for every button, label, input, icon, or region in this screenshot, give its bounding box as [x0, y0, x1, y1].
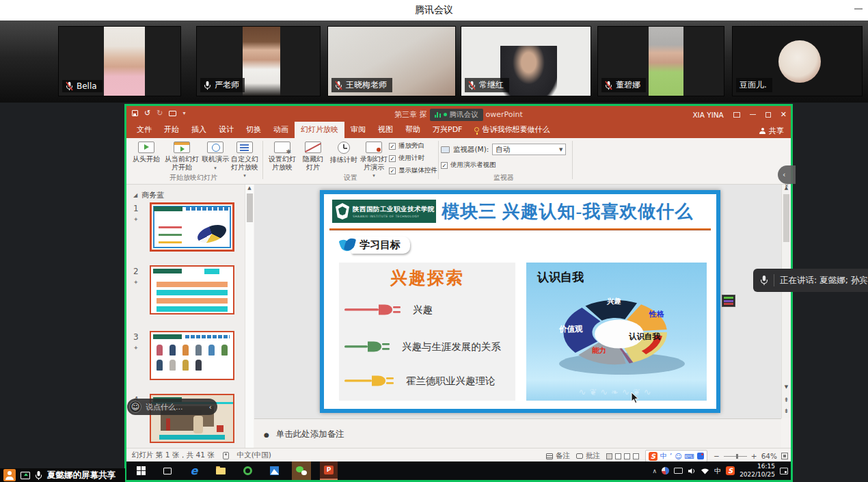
tab-transitions[interactable]: 切换 — [240, 122, 267, 138]
monitor-row: 监视器(M): 自动▼ — [441, 144, 566, 155]
rehearse-timings-button[interactable]: 排练计时 — [329, 142, 359, 164]
screen-share-icon[interactable] — [21, 472, 30, 479]
slideshow-view-button[interactable] — [633, 453, 639, 459]
quick-chat-bar[interactable]: ☺ 说点什么... ‹ — [127, 399, 217, 415]
tab-slideshow[interactable]: 幻灯片放映 — [295, 122, 344, 138]
scroll-down-icon[interactable]: ▼ — [782, 384, 791, 390]
participant-tile[interactable]: 王晓梅老师 — [327, 26, 456, 96]
reading-view-button[interactable] — [624, 453, 630, 459]
from-current-slide-button[interactable]: 从当前幻灯片开始 — [163, 142, 200, 171]
zoom-level[interactable]: 64% — [761, 452, 777, 460]
scroll-up-icon[interactable]: ▲ — [245, 185, 254, 191]
minimize-icon[interactable] — [854, 8, 863, 10]
setup-slideshow-button[interactable]: 设置幻灯片放映 — [266, 142, 299, 171]
chat-input-placeholder[interactable]: 说点什么... — [146, 402, 205, 412]
desktop-file-icon[interactable] — [720, 295, 737, 315]
notes-toggle[interactable]: 备注 — [546, 451, 570, 461]
powerpoint-taskbar-button[interactable]: P — [320, 461, 338, 480]
touch-keyboard-icon[interactable] — [674, 468, 683, 474]
use-presenter-view-checkbox[interactable]: 使用演示者视图 — [441, 161, 496, 170]
canvas-scrollbar[interactable]: ▲ ▼ ⇞ ⇟ — [781, 185, 791, 418]
start-button[interactable] — [132, 461, 150, 480]
emoji-icon[interactable]: ☺ — [129, 401, 141, 413]
scrollbar-thumb[interactable] — [247, 193, 253, 222]
tab-design[interactable]: 设计 — [213, 122, 240, 138]
participant-tile[interactable]: Bella — [58, 26, 181, 96]
tab-insert[interactable]: 插入 — [185, 122, 213, 138]
tab-view[interactable]: 视图 — [372, 122, 399, 138]
wifi-icon[interactable] — [701, 468, 709, 474]
section-header[interactable]: ◢商务蓝 — [133, 190, 164, 200]
slide-thumbnail-3[interactable] — [150, 331, 234, 380]
sogou-tray-icon[interactable]: S — [726, 466, 735, 475]
tab-wanxing-pdf[interactable]: 万兴PDF — [426, 122, 468, 138]
record-slideshow-button[interactable]: 录制幻灯片演示▾ — [359, 142, 389, 178]
account-name[interactable]: XIA YINA — [692, 111, 723, 119]
panel-scrollbar[interactable]: ▲ — [245, 185, 254, 448]
participant-nameplate: 豆面儿. — [736, 78, 772, 92]
keyboard-icon[interactable]: ⌨ — [685, 453, 694, 460]
task-view-button[interactable] — [159, 461, 176, 480]
hide-slide-button[interactable]: 隐藏幻灯片 — [300, 142, 326, 171]
comments-toggle[interactable]: 批注 — [576, 451, 600, 461]
emoji-icon[interactable]: ☺ — [675, 453, 681, 460]
play-narrations-checkbox[interactable]: 播放旁白 — [389, 142, 437, 150]
notes-pane[interactable]: 单击此处添加备注 — [254, 418, 781, 448]
ime-language-indicator[interactable]: 中 — [714, 466, 721, 476]
meeting-audio-badge[interactable]: 腾讯会议 — [430, 109, 483, 121]
fit-to-window-icon[interactable] — [781, 453, 788, 459]
network-globe-icon[interactable] — [662, 467, 669, 474]
custom-slideshow-button[interactable]: 自定义幻灯片放映▾ — [229, 142, 260, 178]
mic-icon[interactable] — [35, 470, 42, 481]
tab-animations[interactable]: 动画 — [267, 122, 295, 138]
action-center-icon[interactable] — [780, 468, 788, 474]
zoom-in-button[interactable]: + — [751, 452, 757, 460]
tab-help[interactable]: 帮助 — [399, 122, 426, 138]
zoom-slider[interactable] — [724, 456, 747, 457]
slide-sorter-view-button[interactable] — [615, 453, 621, 459]
ppt-status-bar: 幻灯片 第 1 张，共 41 张 中文(中国) 备注 批注 S — [126, 448, 791, 461]
next-slide-button[interactable]: ⇟ — [782, 407, 791, 414]
participant-tile[interactable]: 董碧娜 — [597, 26, 724, 96]
browser-360-button[interactable] — [239, 461, 256, 480]
tab-review[interactable]: 审阅 — [344, 122, 372, 138]
slide-thumbnail-2[interactable] — [150, 265, 234, 314]
tab-home[interactable]: 开始 — [158, 122, 185, 138]
current-slide[interactable]: 陕西国防工业职业技术学院 SHAANXI INSTITUTE OF TECHNO… — [320, 190, 720, 413]
panel-collapse-handle[interactable]: ‹ — [778, 165, 796, 184]
normal-view-button[interactable] — [606, 453, 612, 459]
monitor-select[interactable]: 自动▼ — [492, 144, 566, 155]
accessibility-icon[interactable] — [223, 452, 229, 459]
tab-tell-me[interactable]: 告诉我你想要做什么 — [468, 122, 556, 138]
zoom-out-button[interactable]: − — [714, 452, 720, 460]
wechat-button[interactable] — [292, 461, 311, 480]
ime-mode-toggle[interactable]: 中 — [660, 451, 667, 461]
use-timings-checkbox[interactable]: 使用计时 — [389, 154, 437, 163]
toolbox-icon[interactable] — [697, 453, 704, 459]
file-explorer-button[interactable] — [212, 461, 230, 480]
present-online-button[interactable]: 联机演示▾ — [202, 142, 229, 171]
sogou-logo-icon[interactable]: S — [649, 452, 657, 461]
show-media-controls-checkbox[interactable]: 显示媒体控件 — [389, 166, 437, 175]
tray-expand-icon[interactable]: ∧ — [653, 468, 657, 474]
from-beginning-button[interactable]: 从头开始 — [131, 142, 162, 163]
speaker-icon[interactable] — [688, 468, 696, 474]
window-restore-icon[interactable] — [765, 112, 771, 118]
participant-tile[interactable]: 豆面儿. — [732, 26, 863, 96]
edge-browser-button[interactable]: e — [185, 461, 203, 480]
window-close-icon[interactable]: ✕ — [781, 111, 787, 118]
photos-app-button[interactable] — [265, 461, 283, 480]
previous-slide-button[interactable]: ⇞ — [782, 397, 791, 403]
chevron-left-icon[interactable]: ‹ — [209, 403, 212, 412]
punctuation-toggle[interactable]: ’ — [670, 453, 672, 460]
taskbar-clock[interactable]: 16:15 2022/10/25 — [740, 463, 775, 479]
scrollbar-thumb[interactable] — [783, 194, 789, 242]
slide-thumbnail-1[interactable] — [150, 202, 234, 252]
window-minimize-icon[interactable] — [750, 114, 756, 116]
language-indicator[interactable]: 中文(中国) — [237, 451, 271, 460]
participant-tile[interactable]: 严老师 — [196, 26, 321, 96]
share-button[interactable]: 共享 — [759, 126, 784, 136]
participant-tile[interactable]: 常继红 — [461, 26, 591, 96]
tab-file[interactable]: 文件 — [131, 122, 158, 138]
ribbon-display-options-icon[interactable] — [733, 112, 740, 118]
